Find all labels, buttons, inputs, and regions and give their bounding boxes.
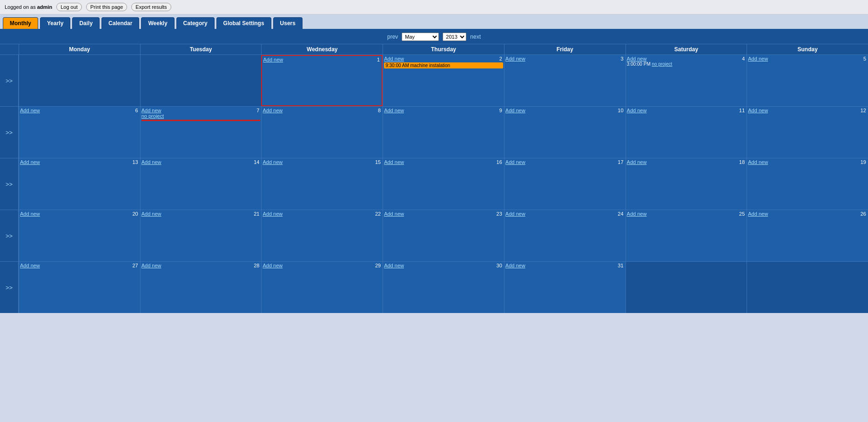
tab-category[interactable]: Category: [176, 17, 215, 29]
day-number: 16: [497, 159, 503, 165]
week-nav-4[interactable]: >>: [0, 210, 19, 261]
day-number: 15: [375, 159, 382, 165]
day-number: 27: [132, 263, 139, 268]
week-nav-1[interactable]: >>: [0, 55, 19, 106]
calendar-day: Add new10: [504, 107, 626, 158]
tab-users[interactable]: Users: [273, 17, 303, 29]
day-number: 29: [375, 263, 382, 268]
day-number: 12: [861, 108, 867, 113]
add-new-link[interactable]: Add new: [384, 211, 404, 217]
add-new-link[interactable]: Add new: [262, 211, 283, 217]
day-number: 23: [497, 211, 503, 217]
calendar-day: Add new14: [140, 158, 262, 210]
week-nav-5[interactable]: >>: [0, 262, 19, 313]
calendar-day: Add new15: [261, 158, 383, 210]
event-item[interactable]: no project: [141, 113, 261, 119]
tab-global-settings[interactable]: Global Settings: [216, 17, 271, 29]
day-number: 3: [620, 56, 624, 61]
event-item[interactable]: 3:00:00 PM no project: [627, 61, 746, 67]
calendar-day: Add new17: [504, 158, 626, 210]
calendar-week-1: >>Add new1Add new29:30:00 AM machine ins…: [0, 54, 868, 106]
add-new-link[interactable]: Add new: [505, 211, 525, 217]
add-new-link[interactable]: Add new: [627, 56, 647, 61]
add-new-link[interactable]: Add new: [748, 108, 768, 113]
year-select[interactable]: 20112012201320142015: [443, 33, 466, 41]
calendar-day: Add new18: [626, 158, 747, 210]
add-new-link[interactable]: Add new: [262, 108, 283, 113]
day-number: 20: [132, 211, 139, 217]
export-button[interactable]: Export results: [131, 3, 171, 11]
add-new-link[interactable]: Add new: [262, 263, 283, 268]
add-new-link[interactable]: Add new: [141, 211, 161, 217]
day-number: 6: [135, 108, 139, 113]
calendar-day: Add new5: [747, 55, 868, 106]
add-new-link[interactable]: Add new: [20, 263, 40, 268]
tab-daily[interactable]: Daily: [72, 17, 100, 29]
add-new-link[interactable]: Add new: [20, 108, 40, 113]
calendar-day: [19, 55, 140, 106]
add-new-link[interactable]: Add new: [505, 263, 525, 268]
calendar-day: Add new7no project: [140, 107, 262, 158]
header-tuesday: Tuesday: [140, 44, 262, 54]
day-number: 10: [618, 108, 624, 113]
add-new-link[interactable]: Add new: [748, 211, 768, 217]
add-new-link[interactable]: Add new: [384, 263, 404, 268]
calendar-day: Add new23: [383, 210, 504, 261]
day-number: 19: [861, 159, 867, 165]
calendar-day: [747, 262, 868, 313]
event-item[interactable]: 9:30:00 AM machine instalation: [384, 62, 503, 68]
tab-calendar[interactable]: Calendar: [101, 17, 139, 29]
add-new-link[interactable]: Add new: [384, 56, 404, 61]
day-number: 17: [618, 159, 624, 165]
next-link[interactable]: next: [470, 34, 481, 40]
add-new-link[interactable]: Add new: [141, 159, 161, 165]
add-new-link[interactable]: Add new: [384, 159, 404, 165]
day-number: 5: [863, 56, 867, 61]
print-button[interactable]: Print this page: [86, 3, 127, 11]
day-number: 31: [618, 263, 624, 268]
calendar-day: Add new26: [747, 210, 868, 261]
add-new-link[interactable]: Add new: [505, 159, 525, 165]
tab-monthly[interactable]: Monthly: [3, 17, 38, 29]
add-new-link[interactable]: Add new: [262, 159, 283, 165]
calendar-day: Add new16: [383, 158, 504, 210]
add-new-link[interactable]: Add new: [141, 263, 161, 268]
add-new-link[interactable]: Add new: [141, 108, 161, 113]
topbar: Logged on as admin Log out Print this pa…: [0, 0, 868, 14]
add-new-link[interactable]: Add new: [384, 108, 404, 113]
day-number: 22: [375, 211, 382, 217]
week-nav-3[interactable]: >>: [0, 158, 19, 210]
month-select[interactable]: JanuaryFebruaryMarchAprilMayJuneJulyAugu…: [402, 33, 439, 41]
add-new-link[interactable]: Add new: [748, 159, 768, 165]
day-number: 4: [742, 56, 746, 61]
calendar-day: Add new31: [504, 262, 626, 313]
add-new-link[interactable]: Add new: [627, 108, 647, 113]
add-new-link[interactable]: Add new: [627, 211, 647, 217]
add-new-link[interactable]: Add new: [263, 57, 283, 62]
week-nav-2[interactable]: >>: [0, 107, 19, 158]
calendar-day: Add new12: [747, 107, 868, 158]
calendar-day: Add new6: [19, 107, 140, 158]
logged-as-label: Logged on as: [5, 4, 36, 10]
day-number: 18: [739, 159, 746, 165]
add-new-link[interactable]: Add new: [748, 56, 768, 61]
add-new-link[interactable]: Add new: [505, 56, 525, 61]
calendar-week-5: >>Add new27Add new28Add new29Add new30Ad…: [0, 261, 868, 313]
tab-weekly[interactable]: Weekly: [141, 17, 174, 29]
add-new-link[interactable]: Add new: [20, 211, 40, 217]
calendar-header: Monday Tuesday Wednesday Thursday Friday…: [0, 44, 868, 54]
day-number: 21: [254, 211, 260, 217]
add-new-link[interactable]: Add new: [627, 159, 647, 165]
calendar-day: [626, 262, 747, 313]
day-number: 7: [256, 108, 260, 113]
logout-button[interactable]: Log out: [56, 3, 82, 11]
calendar-day: Add new29: [261, 262, 383, 313]
calendar-week-4: >>Add new20Add new21Add new22Add new23Ad…: [0, 210, 868, 261]
header-monday: Monday: [19, 44, 140, 54]
add-new-link[interactable]: Add new: [20, 159, 40, 165]
prev-link[interactable]: prev: [387, 34, 398, 40]
tab-yearly[interactable]: Yearly: [40, 17, 70, 29]
day-number: 8: [378, 108, 382, 113]
calendar-day: Add new3: [504, 55, 626, 106]
add-new-link[interactable]: Add new: [505, 108, 525, 113]
